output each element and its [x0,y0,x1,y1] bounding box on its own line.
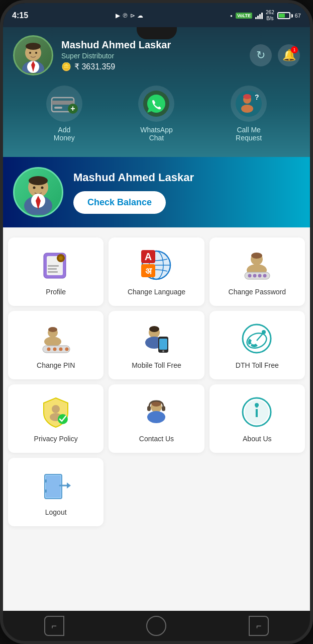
profile-icon [38,248,73,283]
quick-action-whatsapp[interactable]: WhatsAppChat [138,86,174,142]
cast-icon: ⊳ [130,12,135,19]
menu-grid: Profile [8,237,305,526]
cloud-icon: ☁ [137,12,143,19]
svg-rect-35 [48,271,58,273]
profile-row: Mashud Ahmed Laskar Super Distributor 🪙 … [13,35,300,75]
svg-point-5 [29,52,31,54]
signal-bars [255,12,263,19]
wallet-icon: 🪙 [61,62,71,71]
svg-text:अ: अ [145,266,152,276]
refresh-button[interactable]: ↻ [250,44,272,66]
svg-point-49 [253,274,257,277]
quick-action-call-me[interactable]: ? Call MeRequest [231,86,267,142]
header-section: Mashud Ahmed Laskar Super Distributor 🪙 … [3,27,310,157]
svg-rect-85 [45,490,47,493]
profile-name: Mashud Ahmed Laskar [61,39,242,51]
menu-item-privacy-policy[interactable]: Privacy Policy [8,384,103,453]
change-password-icon [240,248,275,283]
menu-item-contact-us[interactable]: Contact Us [109,384,204,453]
dth-toll-free-label: DTH Toll Free [236,361,279,369]
signal-bar-3 [259,14,261,19]
svg-point-58 [59,347,62,351]
svg-point-15 [241,105,253,113]
svg-point-21 [41,187,44,189]
youtube-icon: ▶ [116,12,120,19]
svg-point-48 [248,274,252,277]
svg-point-70 [52,405,60,413]
profile-role: Super Distributor [61,52,242,60]
check-balance-button[interactable]: Check Balance [73,191,166,214]
add-money-label: AddMoney [54,126,75,142]
svg-rect-76 [147,406,151,411]
svg-rect-31 [57,257,59,259]
home-button[interactable] [146,616,166,636]
add-money-icon: + [46,86,82,122]
svg-rect-33 [48,265,59,267]
svg-point-45 [251,253,262,259]
balance-name: Mashud Ahmed Laskar [73,171,300,184]
profile-balance: 🪙 ₹ 3631.359 [61,62,242,71]
mobile-toll-free-label: Mobile Toll Free [132,361,181,369]
svg-rect-83 [46,475,61,498]
svg-point-57 [53,347,56,351]
change-pin-icon [38,321,73,356]
signal-bar-2 [257,16,259,19]
svg-point-59 [65,347,68,351]
privacy-policy-label: Privacy Policy [34,435,78,443]
contact-us-icon [139,394,174,430]
menu-item-change-password[interactable]: Change Password [210,237,305,306]
menu-item-logout[interactable]: Logout [8,458,103,526]
whatsapp-label: WhatsAppChat [140,126,173,142]
notch [137,27,177,39]
svg-point-56 [47,347,50,351]
change-language-icon: A अ [139,248,174,283]
pinterest-icon: ℗ [122,12,128,19]
svg-text:A: A [145,251,152,262]
svg-point-6 [35,52,37,54]
notification-badge: 1 [291,46,298,53]
menu-item-mobile-toll-free[interactable]: Mobile Toll Free [109,311,204,379]
quick-action-add-money[interactable]: + AddMoney [46,86,82,142]
dot-indicator: ● [230,14,233,18]
signal-bar-4 [261,13,263,19]
signal-bar-1 [255,17,257,19]
menu-item-about-us[interactable]: i About Us [210,384,305,453]
menu-item-change-language[interactable]: A अ Change Language [109,237,204,306]
svg-point-54 [44,337,61,347]
balance-avatar [13,167,63,217]
svg-rect-30 [60,260,62,262]
svg-point-28 [59,256,63,260]
logout-label: Logout [45,508,67,516]
check-balance-section: Mashud Ahmed Laskar Check Balance [3,157,310,227]
call-me-label: Call MeRequest [236,126,262,142]
svg-point-20 [33,187,36,189]
recent-button[interactable]: ⌐ [249,616,269,636]
svg-rect-32 [63,257,65,259]
change-password-label: Change Password [229,288,286,296]
header-actions: ↻ 🔔 1 [250,44,300,66]
profile-info: Mashud Ahmed Laskar Super Distributor 🪙 … [61,39,242,71]
svg-point-53 [48,327,57,332]
back-button[interactable]: ⌐ [44,616,64,636]
balance-info: Mashud Ahmed Laskar Check Balance [73,171,300,214]
menu-item-dth-toll-free[interactable]: DTH Toll Free [210,311,305,379]
change-language-label: Change Language [128,288,185,296]
svg-rect-29 [60,254,62,256]
svg-rect-77 [162,406,165,411]
svg-point-81 [255,403,259,407]
app-content: Mashud Ahmed Laskar Super Distributor 🪙 … [3,27,310,611]
svg-point-65 [162,350,164,352]
menu-section: Profile [3,227,310,611]
svg-rect-84 [45,479,47,482]
svg-point-61 [149,326,159,332]
menu-item-profile[interactable]: Profile [8,237,103,306]
user-avatar [13,35,53,75]
volte-badge: VoLTE [236,13,252,19]
svg-point-51 [263,274,267,277]
menu-item-change-pin[interactable]: Change PIN [8,311,103,379]
call-me-icon: ? [231,86,267,122]
quick-actions: + AddMoney [13,75,300,142]
notification-button[interactable]: 🔔 1 [278,44,300,66]
about-us-icon: i [240,394,275,430]
svg-point-69 [262,330,266,334]
